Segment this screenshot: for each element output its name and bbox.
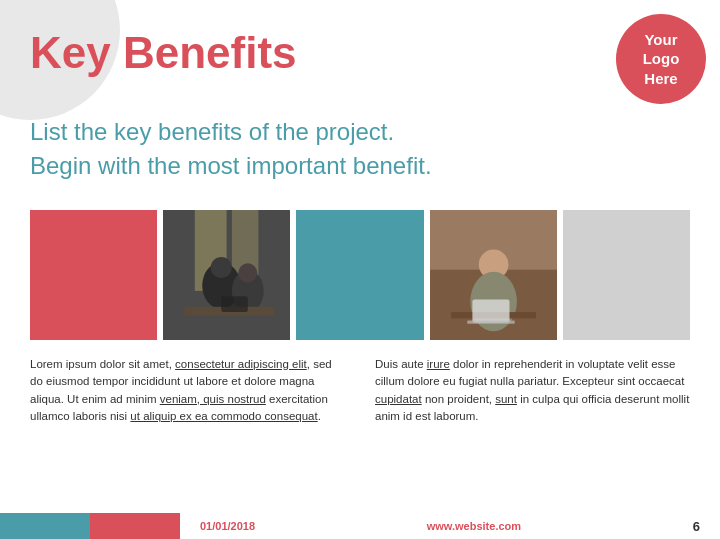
image-block-teal — [296, 210, 423, 340]
footer-info: 01/01/2018 www.website.com 6 — [180, 513, 720, 539]
subtitle-line1: List the key benefits of the project. — [30, 115, 432, 149]
footer-page-number: 6 — [693, 519, 700, 534]
body-right-text: Duis aute irure dolor in reprehenderit i… — [375, 358, 689, 422]
image-block-photo1 — [163, 210, 290, 340]
subtitle: List the key benefits of the project. Be… — [30, 115, 432, 182]
footer-date: 01/01/2018 — [200, 520, 255, 532]
svg-point-4 — [211, 257, 232, 278]
body-text: Lorem ipsum dolor sit amet, consectetur … — [30, 356, 690, 425]
image-row — [30, 210, 690, 340]
footer: 01/01/2018 www.website.com 6 — [0, 513, 720, 539]
footer-website: www.website.com — [427, 520, 521, 532]
slide: YourLogoHere Key Benefits List the key b… — [0, 0, 720, 539]
footer-red-bar — [90, 513, 180, 539]
svg-rect-8 — [222, 296, 249, 312]
footer-teal-bar — [0, 513, 90, 539]
logo-circle: YourLogoHere — [616, 14, 706, 104]
logo-text: YourLogoHere — [643, 30, 680, 89]
body-col-right: Duis aute irure dolor in reprehenderit i… — [375, 356, 690, 425]
subtitle-line2: Begin with the most important benefit. — [30, 149, 432, 183]
svg-point-6 — [238, 263, 257, 282]
photo1-svg — [163, 210, 290, 340]
svg-rect-14 — [472, 299, 509, 322]
svg-rect-15 — [467, 321, 515, 324]
page-title: Key Benefits — [30, 28, 297, 78]
image-block-photo2 — [430, 210, 557, 340]
image-block-red — [30, 210, 157, 340]
image-block-gray — [563, 210, 690, 340]
body-col-left: Lorem ipsum dolor sit amet, consectetur … — [30, 356, 345, 425]
body-left-text: Lorem ipsum dolor sit amet, consectetur … — [30, 358, 332, 422]
photo2-svg — [430, 210, 557, 340]
